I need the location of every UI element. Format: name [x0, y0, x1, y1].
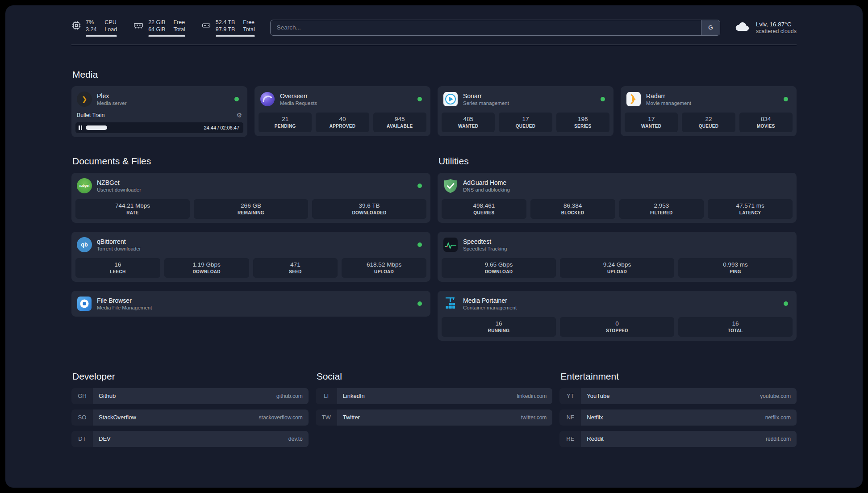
service-link-qbittorrent[interactable]: qb qBittorrent Torrent downloader	[75, 236, 426, 254]
stat-label: SERIES	[558, 124, 608, 129]
stat-value: 17	[626, 116, 676, 122]
stat-label: RATE	[77, 210, 188, 215]
status-dot	[784, 301, 788, 306]
top-bar: 7% CPU 3.24 Load 22 GiB Free 6	[71, 5, 797, 37]
memory-icon	[133, 21, 144, 30]
disk-icon	[201, 21, 211, 30]
service-subtitle: Container management	[463, 305, 517, 310]
service-name: Radarr	[646, 92, 691, 100]
service-card-portainer: Media Portainer Container management 16 …	[438, 291, 797, 341]
bookmark-github[interactable]: GH Github github.com	[71, 388, 309, 404]
nzbget-icon: nzbget	[77, 178, 92, 193]
stat-tile: 945 AVAILABLE	[373, 113, 426, 132]
service-subtitle: DNS and adblocking	[463, 187, 510, 192]
bookmark-linkedin[interactable]: LI LinkedIn linkedin.com	[316, 388, 553, 404]
bookmark-netflix[interactable]: NF Netflix netflix.com	[559, 409, 797, 426]
service-stats: 16 RUNNING 0 STOPPED 16 TOTAL	[442, 317, 793, 337]
pause-icon[interactable]	[79, 125, 82, 130]
service-stats: 485 WANTED 17 QUEUED 196 SERIES	[442, 113, 609, 132]
service-link-plex[interactable]: ❯ Plex Media server	[75, 90, 243, 108]
bookmark-abbr: NF	[559, 409, 581, 426]
search-input[interactable]	[271, 20, 701, 35]
status-dot	[417, 242, 422, 247]
service-card-overseerr: Overseerr Media Requests 21 PENDING 40 A…	[255, 86, 430, 136]
service-link-portainer[interactable]: Media Portainer Container management	[442, 295, 793, 313]
stat-value: 744.21 Mbps	[77, 202, 188, 209]
status-dot	[417, 97, 422, 101]
adguard-icon	[443, 178, 458, 193]
stat-label: UPLOAD	[343, 269, 425, 274]
section-utilities: Utilities	[438, 156, 797, 341]
service-name: Speedtest	[463, 238, 507, 245]
stat-label: WANTED	[626, 124, 676, 129]
stat-value: 86,384	[532, 202, 613, 209]
service-subtitle: Torrent downloader	[97, 246, 141, 251]
stat-tile: 0 STOPPED	[560, 317, 674, 337]
service-link-radarr[interactable]: Radarr Movie management	[625, 90, 793, 108]
stat-value: 2,953	[621, 202, 702, 209]
cpu-load: 3.24	[86, 26, 96, 33]
stat-value: 834	[741, 116, 791, 122]
stat-value: 9.24 Gbps	[562, 261, 672, 268]
progress-track[interactable]	[86, 122, 200, 133]
disk-widget: 52.4 TB Free 97.9 TB Total	[201, 19, 255, 37]
stat-tile: 1.19 Gbps DOWNLOAD	[164, 258, 249, 278]
bookmark-domain: dev.to	[288, 436, 303, 442]
search-provider-button[interactable]: G	[701, 20, 720, 35]
stat-label: RUNNING	[443, 328, 554, 333]
cpu-widget: 7% CPU 3.24 Load	[71, 19, 117, 37]
bookmark-youtube[interactable]: YT YouTube youtube.com	[559, 388, 797, 404]
cpu-percent: 7%	[86, 19, 96, 26]
stat-value: 485	[443, 116, 493, 122]
stat-label: WANTED	[443, 124, 493, 129]
stat-value: 0	[562, 320, 672, 327]
service-card-sonarr: Sonarr Series management 485 WANTED 17 Q…	[438, 86, 613, 136]
progress-fill	[86, 125, 108, 130]
service-subtitle: Usenet downloader	[97, 187, 141, 192]
plex-icon: ❯	[77, 92, 92, 107]
overseerr-icon	[260, 92, 275, 107]
service-link-filebrowser[interactable]: File Browser Media File Management	[75, 295, 426, 313]
stat-value: 40	[317, 116, 367, 122]
service-link-nzbget[interactable]: nzbget NZBGet Usenet downloader	[75, 177, 426, 195]
bookmark-name: Reddit	[587, 435, 604, 442]
screen-frame: 7% CPU 3.24 Load 22 GiB Free 6	[0, 0, 868, 493]
stat-label: APPROVED	[317, 124, 367, 129]
stat-value: 9.65 Gbps	[443, 261, 554, 268]
stat-value: 945	[375, 116, 425, 122]
service-link-sonarr[interactable]: Sonarr Series management	[442, 90, 609, 108]
stat-value: 0.993 ms	[680, 261, 791, 268]
bookmark-abbr: DT	[71, 431, 93, 447]
service-link-adguard[interactable]: AdGuard Home DNS and adblocking	[442, 177, 793, 195]
bookmark-name: Github	[99, 393, 116, 399]
stat-value: 618.52 Mbps	[343, 261, 425, 268]
bookmark-name: Netflix	[587, 414, 603, 421]
service-link-overseerr[interactable]: Overseerr Media Requests	[259, 90, 426, 108]
service-card-qbittorrent: qb qBittorrent Torrent downloader 16 LEE…	[71, 232, 430, 282]
weather-condition: scattered clouds	[756, 28, 797, 34]
weather-widget[interactable]: Lviv, 16.87°C scattered clouds	[734, 21, 797, 34]
status-dot	[417, 184, 422, 188]
stat-label: PENDING	[260, 124, 310, 129]
service-name: Sonarr	[463, 92, 509, 100]
bookmark-stackoverflow[interactable]: SO StackOverflow stackoverflow.com	[71, 409, 309, 426]
service-card-plex: ❯ Plex Media server Bullet Train ⚙ 24:44…	[71, 86, 247, 137]
section-title-utilities: Utilities	[438, 156, 797, 167]
stat-tile: 744.21 Mbps RATE	[75, 199, 190, 219]
bookmark-dev[interactable]: DT DEV dev.to	[71, 431, 309, 447]
section-media: Media ❯ Plex Media server Bullet Train ⚙	[71, 69, 797, 137]
bookmark-twitter[interactable]: TW Twitter twitter.com	[316, 409, 553, 426]
stat-value: 16	[443, 320, 554, 327]
stat-label: QUERIES	[443, 210, 525, 215]
stat-value: 266 GB	[196, 202, 306, 209]
gear-icon[interactable]: ⚙	[236, 112, 242, 118]
bookmark-name: Twitter	[343, 414, 360, 421]
stat-tile: 485 WANTED	[442, 113, 495, 132]
service-name: Media Portainer	[463, 297, 517, 304]
stat-label: TOTAL	[680, 328, 791, 333]
service-link-speedtest[interactable]: Speedtest Speedtest Tracking	[442, 236, 793, 254]
stat-value: 22	[684, 116, 733, 122]
bookmark-reddit[interactable]: RE Reddit reddit.com	[559, 431, 797, 447]
resource-widgets: 7% CPU 3.24 Load 22 GiB Free 6	[71, 19, 255, 37]
stat-label: BLOCKED	[532, 210, 613, 215]
